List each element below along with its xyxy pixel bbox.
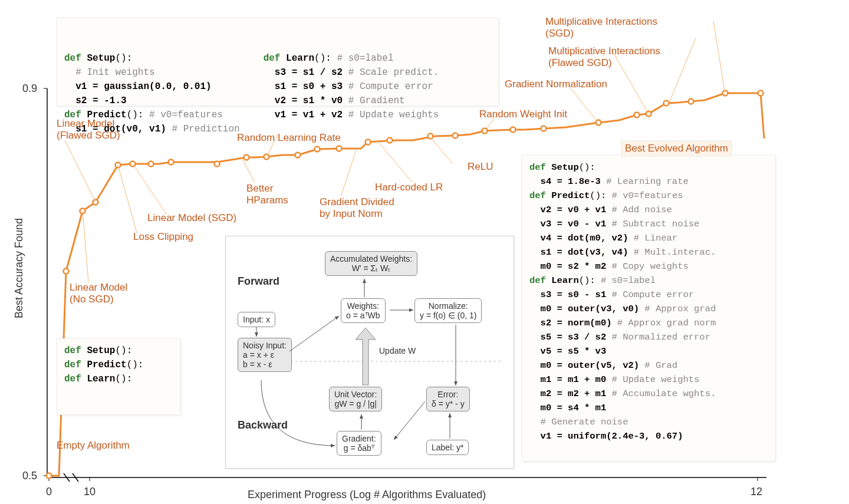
svg-line-7	[64, 473, 70, 482]
x-axis-label: Experiment Progress (Log # Algorithms Ev…	[248, 489, 486, 501]
annotation-rwi: Random Weight Init	[479, 108, 567, 120]
svg-line-40	[133, 164, 167, 215]
svg-line-37	[83, 211, 88, 282]
svg-line-8	[73, 473, 78, 482]
svg-point-31	[634, 113, 640, 118]
svg-point-32	[646, 111, 651, 117]
node-label: Label: y*	[426, 440, 469, 455]
svg-line-43	[341, 149, 357, 196]
annotation-empty: Empty Algorithm	[57, 440, 130, 452]
annotation-mult-flawed: Multiplicative Interactions (Flawed SGD)	[548, 45, 660, 69]
svg-line-41	[242, 158, 255, 182]
svg-point-34	[689, 99, 694, 104]
annotation-grad-div: Gradient Divided by Input Norm	[320, 196, 394, 220]
node-unit: Unit Vector: gW = g / |g|	[329, 387, 382, 411]
svg-point-20	[295, 153, 301, 158]
svg-line-52	[289, 316, 339, 351]
node-normalize: Normalize: y = f(o) ∈ (0, 1)	[414, 298, 482, 323]
svg-point-18	[244, 155, 249, 160]
svg-line-57	[394, 401, 425, 440]
svg-point-10	[64, 269, 69, 274]
svg-point-9	[47, 473, 52, 479]
diagram-forward-label: Forward	[238, 275, 279, 288]
code-box-best-evolved: def Setup(): s4 = 1.8e-3 # Learning rate…	[522, 155, 775, 462]
svg-point-35	[723, 91, 728, 96]
svg-line-39	[118, 165, 137, 233]
svg-point-33	[664, 101, 669, 106]
svg-point-12	[93, 200, 98, 205]
code-box-empty: def Setup(): def Predict(): def Learn():	[57, 338, 180, 415]
svg-point-14	[130, 162, 136, 167]
annotation-better-hp: Better HParams	[246, 183, 288, 206]
annotation-loss-clipping: Loss Clipping	[133, 231, 193, 243]
diagram-update-w-label: Update W	[379, 346, 416, 355]
y-tick-05: 0.5	[22, 470, 37, 482]
annotation-grad-norm: Gradient Normalization	[505, 78, 607, 90]
svg-point-11	[80, 209, 85, 214]
annotation-linear-sgd: Linear Model (SGD)	[147, 212, 236, 224]
svg-point-36	[758, 91, 764, 96]
annotation-linear-no-sgd: Linear Model (No SGD)	[70, 282, 127, 305]
svg-point-30	[596, 120, 601, 126]
svg-point-15	[149, 162, 154, 167]
x-tick-10: 10	[84, 486, 96, 498]
y-tick-09: 0.9	[22, 83, 37, 95]
node-weights: Weights: o = aᵀWb	[341, 298, 386, 323]
annotation-linear-flawed: Linear Model (Flawed SGD)	[57, 118, 120, 141]
x-tick-12: 12	[751, 486, 762, 498]
annotation-relu: ReLU	[468, 161, 493, 173]
svg-line-50	[713, 21, 725, 94]
svg-point-19	[264, 154, 269, 160]
code-box-linear-sgd-full: def Setup(): # Init weights v1 = gaussia…	[57, 18, 499, 106]
svg-point-16	[169, 160, 174, 165]
svg-point-13	[116, 163, 121, 168]
svg-line-49	[669, 38, 696, 103]
annotation-hc-lr: Hard-coded LR	[375, 182, 443, 193]
annotation-mult-sgd: Multiplicative Interactions (SGD)	[545, 16, 657, 39]
y-axis-label: Best Accuracy Found	[13, 141, 25, 318]
annotation-random-lr: Random Learning Rate	[237, 132, 341, 144]
node-noisy: Noisy Input: a = x + ε b = x - ε	[238, 338, 292, 372]
annotation-best-evolved: Best Evolved Algorithm	[621, 140, 732, 157]
node-accumulated: Accumulated Weights: W' = Σₜ Wₜ	[325, 251, 417, 276]
svg-point-29	[541, 126, 547, 131]
diagram-backward-label: Backward	[238, 419, 288, 431]
x-tick-0: 0	[46, 486, 52, 498]
node-gradient: Gradient: g = δabᵀ	[337, 431, 381, 456]
node-error: Error: δ = y* - y	[426, 387, 470, 411]
diagram-box: Forward Backward Input: x Noisy Input: a…	[225, 236, 514, 469]
node-input: Input: x	[238, 312, 275, 327]
svg-point-28	[511, 127, 516, 133]
svg-point-17	[215, 162, 220, 167]
